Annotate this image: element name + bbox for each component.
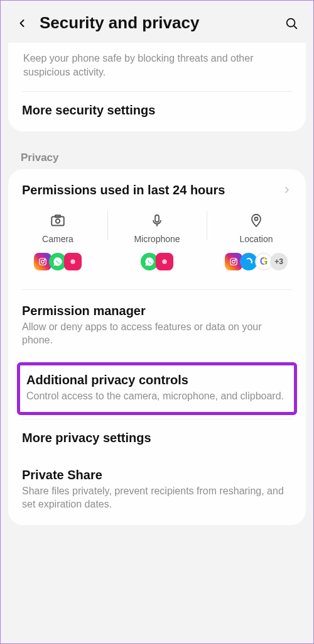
- permissions-used-row[interactable]: Permissions used in last 24 hours: [8, 172, 306, 201]
- more-privacy-title: More privacy settings: [22, 431, 292, 445]
- svg-point-16: [232, 260, 236, 263]
- microphone-apps: [110, 253, 204, 270]
- permission-col-location[interactable]: Location G +3: [207, 206, 306, 275]
- svg-line-1: [294, 26, 296, 28]
- camera-icon: [11, 211, 105, 230]
- svg-rect-2: [51, 216, 64, 225]
- more-security-settings[interactable]: More security settings: [8, 92, 306, 129]
- camera-apps: [11, 253, 105, 270]
- camera-label: Camera: [11, 234, 105, 244]
- svg-point-9: [72, 261, 73, 262]
- location-label: Location: [209, 234, 303, 244]
- permissions-grid: Camera Microphone: [8, 201, 306, 283]
- svg-point-3: [56, 219, 60, 223]
- header: Security and privacy: [4, 1, 310, 43]
- divider: [22, 289, 292, 290]
- security-card: Keep your phone safe by blocking threats…: [8, 43, 306, 131]
- location-apps: G +3: [209, 253, 303, 270]
- search-icon[interactable]: [284, 16, 298, 30]
- private-share-sub: Share files privately, prevent recipient…: [22, 484, 292, 511]
- additional-privacy-controls[interactable]: Additional privacy controls Control acce…: [17, 362, 297, 415]
- additional-privacy-title: Additional privacy controls: [26, 373, 288, 387]
- chevron-right-icon: [282, 185, 292, 195]
- svg-point-14: [255, 217, 258, 220]
- privacy-card: Permissions used in last 24 hours Camera: [8, 169, 306, 525]
- svg-point-17: [236, 259, 236, 260]
- permission-manager-sub: Allow or deny apps to access features or…: [22, 320, 292, 347]
- svg-point-6: [41, 260, 45, 263]
- more-apps-badge: +3: [270, 253, 288, 270]
- permissions-used-title: Permissions used in last 24 hours: [22, 183, 225, 197]
- page-title: Security and privacy: [40, 13, 284, 33]
- back-icon[interactable]: [16, 17, 28, 30]
- privacy-section-header: Privacy: [4, 138, 310, 169]
- location-icon: [209, 211, 303, 230]
- permission-manager[interactable]: Permission manager Allow or deny apps to…: [8, 292, 306, 358]
- svg-point-13: [164, 261, 165, 262]
- permission-manager-title: Permission manager: [22, 304, 292, 318]
- more-security-label: More security settings: [22, 103, 292, 118]
- microphone-icon: [110, 211, 204, 230]
- private-share[interactable]: Private Share Share files privately, pre…: [8, 457, 306, 523]
- camera-app-icon: [64, 253, 82, 270]
- camera-app-icon: [156, 253, 173, 270]
- permission-col-microphone[interactable]: Microphone: [107, 206, 207, 275]
- permission-col-camera[interactable]: Camera: [8, 206, 107, 275]
- private-share-title: Private Share: [22, 468, 292, 482]
- svg-rect-10: [155, 215, 159, 222]
- security-description: Keep your phone safe by blocking threats…: [8, 43, 306, 91]
- microphone-label: Microphone: [110, 234, 204, 244]
- svg-point-7: [45, 259, 45, 260]
- more-privacy-settings[interactable]: More privacy settings: [8, 419, 306, 457]
- additional-privacy-sub: Control access to the camera, microphone…: [26, 389, 288, 403]
